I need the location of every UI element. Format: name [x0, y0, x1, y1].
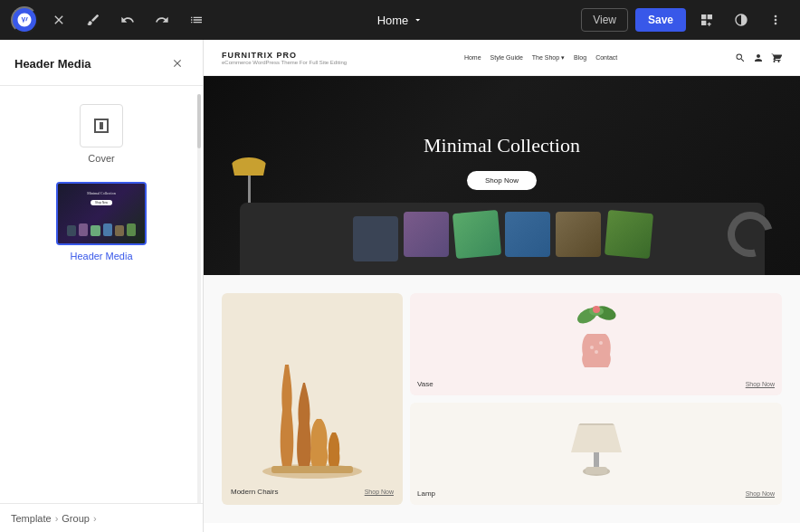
cover-block-label: Cover	[88, 153, 114, 164]
settings-button[interactable]	[728, 6, 755, 33]
thumb-title: Minimal Collection	[87, 191, 115, 195]
pillow-3	[452, 210, 500, 259]
couch-base	[240, 203, 765, 275]
site-logo: FURNITRIX PRO eCommerce WordPress Theme …	[222, 51, 347, 65]
vase-shop[interactable]: Shop Now	[746, 381, 775, 387]
thumb-inner: Minimal Collection Shop Now	[58, 184, 145, 243]
svg-rect-1	[271, 466, 353, 473]
cover-block-item: Cover	[14, 104, 188, 164]
sidebar: Header Media Cover	[0, 40, 204, 532]
header-media-thumbnail[interactable]: Minimal Collection Shop Now	[56, 182, 147, 245]
view-button[interactable]: View	[581, 8, 628, 32]
site-logo-name: FURNITRIX PRO	[222, 51, 347, 60]
details-button[interactable]	[183, 6, 210, 33]
pillow-6	[604, 210, 652, 259]
site-search-icon[interactable]	[735, 52, 746, 63]
product-vase: Vase Shop Now	[410, 293, 782, 395]
product-modern-chairs: Modern Chairs Shop Now	[222, 293, 403, 505]
modern-chairs-shop[interactable]: Shop Now	[365, 489, 394, 495]
thumb-btn: Shop Now	[90, 200, 112, 205]
site-nav-links: Home Style Guide The Shop ▾ Blog Contact	[464, 54, 617, 62]
save-button[interactable]: Save	[635, 8, 686, 32]
sidebar-header: Header Media	[0, 40, 203, 86]
page-title-text: Home	[377, 14, 409, 27]
nav-shop[interactable]: The Shop ▾	[532, 54, 565, 62]
lamp-shop[interactable]: Shop Now	[746, 490, 775, 497]
chevron-down-icon	[412, 14, 423, 25]
layout-icon	[700, 13, 714, 27]
site-logo-sub: eCommerce WordPress Theme For Full Site …	[222, 60, 347, 65]
toolbar-center: Home	[370, 10, 431, 31]
modern-chairs-illustration	[253, 337, 371, 482]
list-icon	[189, 13, 204, 27]
main-layout: Header Media Cover	[0, 40, 800, 532]
site-nav-icons	[735, 52, 782, 63]
sidebar-title: Header Media	[14, 57, 91, 71]
scrollbar-track	[197, 94, 201, 528]
lamp-illustration	[560, 412, 633, 484]
wp-logo-button[interactable]	[11, 6, 38, 33]
brush-icon	[86, 13, 100, 27]
page-title-button[interactable]: Home	[370, 10, 431, 31]
close-editor-button[interactable]	[45, 6, 72, 33]
vase-illustration	[565, 302, 628, 375]
layout-toggle-button[interactable]	[693, 6, 720, 33]
cover-block-icon[interactable]	[80, 104, 123, 147]
pillow-1	[353, 216, 398, 261]
svg-rect-11	[586, 467, 607, 474]
site-user-icon[interactable]	[753, 52, 764, 63]
pillow-5	[556, 212, 601, 257]
product-lamp: Lamp Shop Now	[410, 403, 782, 505]
lamp-name: Lamp	[417, 489, 435, 498]
svg-point-7	[599, 341, 603, 345]
sidebar-close-button[interactable]	[167, 52, 188, 74]
toolbar-right: View Save	[581, 6, 789, 33]
site-cart-icon[interactable]	[771, 52, 782, 63]
hero-shop-now-button[interactable]: Shop Now	[467, 171, 537, 190]
breadcrumb-group[interactable]: Group	[62, 513, 90, 524]
header-media-block: Minimal Collection Shop Now	[14, 182, 188, 261]
svg-point-8	[595, 350, 598, 354]
preview-area: FURNITRIX PRO eCommerce WordPress Theme …	[204, 40, 800, 532]
breadcrumb: Template › Group ›	[0, 503, 203, 532]
nav-contact[interactable]: Contact	[595, 54, 617, 61]
nav-home[interactable]: Home	[464, 54, 481, 61]
top-toolbar: Home View Save	[0, 0, 800, 40]
redo-button[interactable]	[148, 6, 176, 33]
x-icon	[171, 57, 184, 70]
sidebar-scrollbar[interactable]	[197, 94, 201, 528]
more-options-button[interactable]	[762, 6, 789, 33]
cover-icon	[90, 115, 112, 137]
breadcrumb-sep-2: ›	[93, 513, 97, 524]
hero-title: Minimal Collection	[424, 134, 580, 157]
brush-button[interactable]	[80, 6, 107, 33]
undo-icon	[120, 13, 135, 27]
vase-name: Vase	[417, 380, 433, 388]
contrast-icon	[734, 13, 748, 27]
nav-style-guide[interactable]: Style Guide	[490, 54, 523, 61]
lamp-label-row: Lamp Shop Now	[417, 489, 775, 498]
close-icon	[52, 13, 66, 27]
selected-block-label: Header Media	[70, 251, 132, 261]
svg-point-6	[590, 346, 594, 349]
pillow-4	[505, 212, 550, 257]
sidebar-content: Cover Minimal Collection Shop Now	[0, 86, 203, 532]
nav-blog[interactable]: Blog	[574, 54, 586, 61]
redo-icon	[155, 13, 169, 27]
products-section: Modern Chairs Shop Now	[204, 275, 800, 523]
svg-point-5	[593, 306, 600, 313]
breadcrumb-sep-1: ›	[55, 513, 59, 524]
scrollbar-thumb	[197, 94, 201, 148]
website-frame: FURNITRIX PRO eCommerce WordPress Theme …	[204, 40, 800, 532]
breadcrumb-template[interactable]: Template	[11, 513, 52, 524]
wp-icon	[16, 12, 33, 28]
vase-label-row: Vase Shop Now	[417, 380, 775, 388]
modern-chairs-name: Modern Chairs	[231, 488, 278, 496]
more-icon	[768, 13, 783, 27]
undo-button[interactable]	[114, 6, 141, 33]
hero-section: Minimal Collection Shop Now	[204, 76, 800, 275]
toolbar-left	[11, 6, 210, 33]
pillow-2	[404, 212, 449, 257]
hero-content: Minimal Collection Shop Now	[424, 134, 580, 190]
header-media-wrap: Minimal Collection Shop Now	[14, 182, 188, 261]
